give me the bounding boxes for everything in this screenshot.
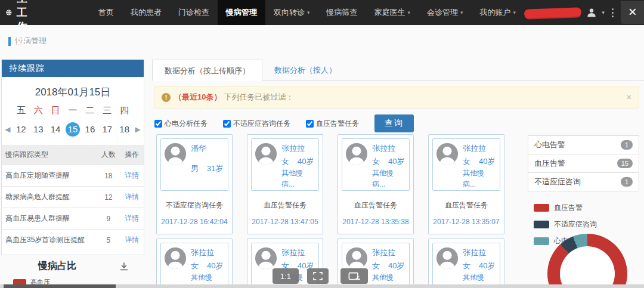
task-card[interactable]: 张拉拉 女40岁 其他慢病... 血压告警任务 2017-12-28 13:47…: [247, 134, 323, 234]
count-badge: 15: [617, 159, 633, 168]
count-cell: 18: [97, 165, 120, 187]
patient-gender: 女: [372, 156, 380, 168]
nav-item-my-patients[interactable]: 我的患者: [122, 0, 170, 25]
close-icon[interactable]: ×: [627, 92, 631, 102]
col-header-action: 操作: [120, 145, 144, 165]
calendar-day[interactable]: 18: [116, 122, 133, 137]
chronic-disease-ratio-section: 慢病占比 高血压: [1, 260, 144, 287]
viewer-crop-button[interactable]: [340, 268, 368, 284]
filter-bp-alert[interactable]: 血压告警任务: [306, 119, 359, 129]
task-card[interactable]: 潘华 男31岁 不适应症咨询任务 2017-12-28 16:42:04: [156, 134, 233, 234]
calendar-day-selected[interactable]: 15: [66, 122, 80, 137]
ecg-analysis-checkbox[interactable]: [154, 120, 162, 128]
patient-gender: 女: [372, 260, 380, 272]
app-brand: 医生工作站: [6, 0, 38, 48]
task-card[interactable]: 张拉拉 女40岁 其他慢病... 血压告警任务 2017-12-28 13:35…: [338, 134, 414, 234]
patient-name[interactable]: 潘华: [191, 143, 223, 154]
download-icon[interactable]: [119, 262, 129, 271]
more-options-icon[interactable]: [609, 8, 616, 17]
nav-item-my-account[interactable]: 我的账户▾: [472, 0, 525, 25]
patient-profile: 张拉拉 女40岁 其他慢病...: [251, 138, 319, 191]
patient-name[interactable]: 张拉拉: [463, 247, 497, 259]
nav-item-chronic-disease-mgmt[interactable]: 慢病管理: [218, 0, 265, 25]
nav-item-family-doctor[interactable]: 家庭医生▾: [366, 0, 419, 25]
col-header-type: 慢病跟踪类型: [2, 145, 97, 165]
avatar-icon: [164, 143, 187, 165]
calendar-day[interactable]: 12: [13, 122, 30, 137]
avatar-icon: [345, 143, 368, 165]
patient-profile: 张拉拉 女40岁 其他慢病...: [432, 243, 500, 288]
calendar-prev-icon[interactable]: ◀: [3, 125, 13, 134]
close-window-button[interactable]: ×: [621, 1, 644, 24]
sidebar-header: 持续跟踪: [2, 60, 144, 77]
horizontal-scrollbar-thumb[interactable]: [4, 284, 116, 288]
calendar-day[interactable]: 13: [30, 122, 47, 137]
nav-menu: 首页 我的患者 门诊检查 慢病管理 双向转诊▾ 慢病筛查 家庭医生▾ 会诊管理▾…: [90, 0, 524, 25]
fit-screen-icon: [313, 272, 323, 280]
patient-gender: 女: [281, 156, 289, 168]
patient-other-conditions: 其他慢病...: [281, 168, 315, 190]
task-timestamp: 2017-12-28 13:35:38: [342, 218, 410, 226]
chevron-down-icon: ▾: [460, 10, 463, 16]
nav-item-chronic-screening[interactable]: 慢病筛查: [318, 0, 366, 25]
task-timestamp: 2017-12-28 13:35:07: [432, 218, 500, 226]
filter-contraindication-consult[interactable]: 不适应症咨询任务: [223, 119, 290, 129]
alert-row-bp[interactable]: 血压告警 15: [528, 154, 639, 173]
viewer-fit-screen-button[interactable]: [307, 268, 329, 284]
task-card[interactable]: 张拉拉 女40岁 其他慢病... 血压告警任务 2017-12-28 13:35…: [428, 134, 504, 234]
detail-link[interactable]: 详情: [125, 171, 139, 179]
nav-item-consultation-mgmt[interactable]: 会诊管理▾: [419, 0, 472, 25]
tab-analysis-by-upload-order[interactable]: 数据分析（按上传顺序）: [152, 60, 262, 81]
tracking-type-cell: 糖尿病高危人群提醒: [2, 187, 97, 208]
patient-name[interactable]: 张拉拉: [463, 143, 497, 154]
tracking-type-cell: 高血压35岁首诊测压提醒: [2, 230, 97, 251]
nav-item-home[interactable]: 首页: [90, 0, 122, 25]
chevron-down-icon[interactable]: ▾: [602, 10, 605, 16]
horizontal-scrollbar-track[interactable]: [0, 284, 644, 288]
tab-analysis-by-person[interactable]: 数据分析（按人）: [262, 60, 348, 80]
task-timestamp: 2017-12-28 13:47:05: [251, 218, 319, 226]
patient-profile: 张拉拉 女40岁 其他慢病...: [342, 138, 410, 191]
task-card[interactable]: 张拉拉 女40岁 其他慢病...: [428, 239, 504, 288]
patient-age: 40岁: [479, 156, 495, 168]
task-card[interactable]: 张拉拉 女40岁 其他慢病...: [156, 239, 233, 288]
weekday-label: 四: [116, 105, 133, 116]
table-row: 糖尿病高危人群提醒 12 详情: [2, 187, 144, 208]
calendar-day[interactable]: 14: [47, 122, 64, 137]
calendar-day-row: ◀ 12 13 14 15 16 17 18 ▶: [2, 120, 144, 143]
nav-item-outpatient-exam[interactable]: 门诊检查: [170, 0, 218, 25]
detail-link[interactable]: 详情: [125, 193, 139, 201]
search-button[interactable]: 查询: [374, 114, 414, 132]
bp-alert-checkbox[interactable]: [306, 120, 314, 128]
patient-gender: 男: [191, 163, 199, 175]
patient-name[interactable]: 张拉拉: [372, 143, 406, 154]
calendar-day[interactable]: 17: [98, 122, 116, 137]
filter-ecg-analysis[interactable]: 心电分析任务: [154, 119, 208, 129]
calendar-day[interactable]: 16: [81, 122, 98, 137]
patient-profile: 张拉拉 女40岁 其他慢病...: [432, 138, 500, 191]
legend-swatch: [534, 221, 549, 228]
table-header-row: 慢病跟踪类型 人数 操作: [2, 145, 144, 165]
alert-row-contraindication[interactable]: 不适应症咨询 1: [528, 172, 639, 191]
patient-name[interactable]: 张拉拉: [372, 247, 406, 259]
notice-highlight: （最近10条）: [174, 92, 221, 103]
detail-link[interactable]: 详情: [125, 236, 139, 244]
patient-age: 40岁: [479, 260, 495, 272]
patient-age: 40岁: [298, 156, 314, 168]
avatar-icon: [436, 143, 459, 165]
patient-name[interactable]: 张拉拉: [191, 247, 225, 259]
patient-name[interactable]: 张拉拉: [281, 143, 315, 154]
nav-item-two-way-referral[interactable]: 双向转诊▾: [265, 0, 318, 25]
patient-name[interactable]: 张拉拉: [281, 247, 315, 259]
viewer-zoom-1to1-button[interactable]: 1:1: [273, 268, 299, 284]
task-type-label: 血压告警任务: [251, 200, 319, 210]
alert-row-ecg[interactable]: 心电告警 1: [528, 135, 639, 154]
user-icon[interactable]: [586, 7, 597, 18]
calendar-next-icon[interactable]: ▶: [133, 125, 143, 134]
contraindication-consult-checkbox[interactable]: [223, 120, 231, 128]
detail-link[interactable]: 详情: [125, 214, 139, 222]
task-type-label: 血压告警任务: [432, 200, 500, 210]
navbar-right: ▾ ×: [524, 1, 644, 24]
filter-notice-bar: ! （最近10条） 下列任务已被过滤： ×: [154, 86, 639, 109]
legend-swatch: [534, 237, 549, 245]
